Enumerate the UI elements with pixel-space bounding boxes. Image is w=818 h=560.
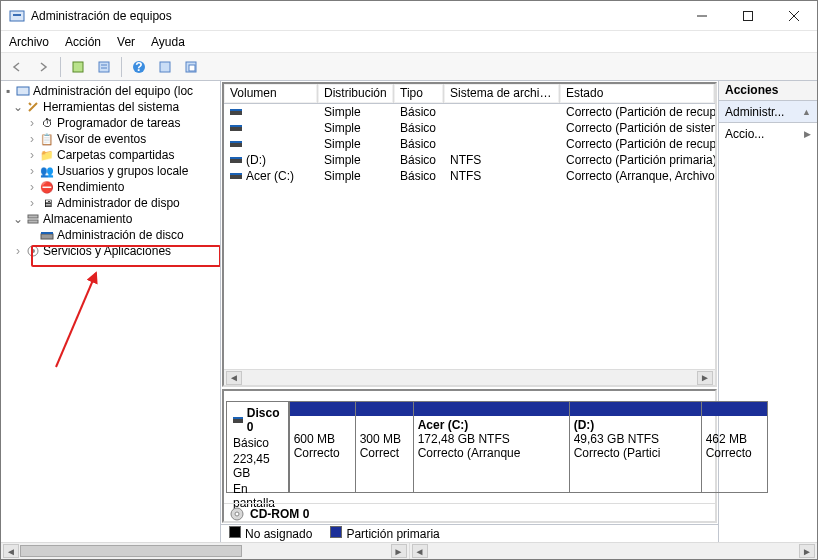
tree-item-icon: ⛔ — [39, 179, 55, 195]
disk-icon — [233, 417, 243, 423]
cell-dist: Simple — [318, 152, 394, 168]
cell-vol: (D:) — [246, 153, 266, 167]
volume-icon — [230, 141, 242, 147]
actions-item-admin[interactable]: Administr... ▲ — [719, 101, 817, 123]
cell-fs — [444, 120, 560, 136]
svg-rect-18 — [41, 234, 53, 239]
tree-tools[interactable]: Herramientas del sistema — [43, 100, 179, 114]
sidebar-item[interactable]: ›🖥Administrador de dispo — [1, 195, 220, 211]
partition[interactable]: (D:)49,63 GB NTFSCorrecto (Partici — [569, 402, 701, 492]
volume-icon — [230, 157, 242, 163]
scroll-right-icon[interactable]: ► — [697, 371, 713, 385]
cell-estado: Correcto (Partición de recuperación) — [560, 136, 715, 152]
table-row[interactable]: Acer (C:)SimpleBásicoNTFSCorrecto (Arran… — [224, 168, 715, 184]
minimize-button[interactable] — [679, 1, 725, 31]
grid-scrollbar[interactable]: ◄ ► — [224, 369, 715, 385]
toolbar-btn-2[interactable] — [92, 56, 116, 78]
tree-root[interactable]: Administración del equipo (loc — [33, 84, 193, 98]
tree-services[interactable]: Servicios y Aplicaciones — [43, 244, 171, 258]
tree-item-icon: 📁 — [39, 147, 55, 163]
tree-item-label: Usuarios y grupos locale — [57, 164, 188, 178]
svg-rect-16 — [28, 215, 38, 218]
storage-icon — [25, 211, 41, 227]
menu-archivo[interactable]: Archivo — [9, 35, 49, 49]
part-size: 600 MB — [294, 432, 351, 446]
cell-fs: NTFS — [444, 168, 560, 184]
disk-info[interactable]: Disco 0 Básico 223,45 GB En pantalla — [226, 401, 289, 493]
col-fs[interactable]: Sistema de archivos — [444, 84, 560, 103]
scroll-left-icon[interactable]: ◄ — [412, 544, 428, 558]
back-button[interactable] — [5, 56, 29, 78]
cell-tipo: Básico — [394, 136, 444, 152]
volume-grid[interactable]: Volumen Distribución Tipo Sistema de arc… — [222, 82, 717, 387]
app-icon — [9, 8, 25, 24]
part-status: Correcto — [294, 446, 351, 460]
table-row[interactable]: SimpleBásicoCorrecto (Partición de siste… — [224, 120, 715, 136]
toolbar-btn-4[interactable] — [179, 56, 203, 78]
table-row[interactable]: SimpleBásicoCorrecto (Partición de recup… — [224, 104, 715, 120]
titlebar: Administración de equipos — [1, 1, 817, 31]
sidebar-item[interactable]: ›📋Visor de eventos — [1, 131, 220, 147]
cell-fs: NTFS — [444, 152, 560, 168]
svg-rect-15 — [17, 87, 29, 95]
help-button[interactable]: ? — [127, 56, 151, 78]
services-icon — [25, 243, 41, 259]
part-title: (D:) — [574, 418, 697, 432]
svg-rect-12 — [160, 62, 170, 72]
tree-item-icon: 🖥 — [39, 195, 55, 211]
tree-item-icon: 👥 — [39, 163, 55, 179]
table-row[interactable]: (D:)SimpleBásicoNTFSCorrecto (Partición … — [224, 152, 715, 168]
scroll-left-icon[interactable]: ◄ — [3, 544, 19, 558]
partition[interactable]: Acer (C:)172,48 GB NTFSCorrecto (Arranqu… — [413, 402, 569, 492]
footer-scrollbar[interactable]: ◄ ► ◄ ► — [1, 542, 817, 559]
table-row[interactable]: SimpleBásicoCorrecto (Partición de recup… — [224, 136, 715, 152]
tree-item-label: Visor de eventos — [57, 132, 146, 146]
nav-tree[interactable]: ▪ Administración del equipo (loc ⌄ Herra… — [1, 81, 221, 542]
menu-accion[interactable]: Acción — [65, 35, 101, 49]
scroll-right-icon[interactable]: ► — [799, 544, 815, 558]
actions-item-more[interactable]: Accio... ▶ — [719, 123, 817, 145]
scroll-left-icon[interactable]: ◄ — [226, 371, 242, 385]
menubar: Archivo Acción Ver Ayuda — [1, 31, 817, 53]
tree-storage[interactable]: Almacenamiento — [43, 212, 132, 226]
tree-item-icon: ⏱ — [39, 115, 55, 131]
cell-vol: Acer (C:) — [246, 169, 294, 183]
cell-dist: Simple — [318, 136, 394, 152]
volume-icon — [230, 173, 242, 179]
close-button[interactable] — [771, 1, 817, 31]
svg-rect-17 — [28, 220, 38, 223]
menu-ver[interactable]: Ver — [117, 35, 135, 49]
cell-dist: Simple — [318, 120, 394, 136]
partition[interactable]: 300 MBCorrect — [355, 402, 413, 492]
cdrom-row[interactable]: CD-ROM 0 — [224, 503, 715, 521]
col-volumen[interactable]: Volumen — [224, 84, 318, 103]
disk-mgmt-icon — [39, 227, 55, 243]
cell-tipo: Básico — [394, 120, 444, 136]
col-distrib[interactable]: Distribución — [318, 84, 394, 103]
col-tipo[interactable]: Tipo — [394, 84, 444, 103]
maximize-button[interactable] — [725, 1, 771, 31]
svg-rect-14 — [189, 65, 195, 71]
partition[interactable]: 600 MBCorrecto — [289, 402, 355, 492]
toolbar-btn-3[interactable] — [153, 56, 177, 78]
tree-diskmgmt[interactable]: Administración de disco — [57, 228, 184, 242]
window-title: Administración de equipos — [31, 9, 172, 23]
toolbar-btn-1[interactable] — [66, 56, 90, 78]
svg-rect-3 — [744, 11, 753, 20]
toolbar: ? — [1, 53, 817, 81]
cell-dist: Simple — [318, 168, 394, 184]
content-area: Volumen Distribución Tipo Sistema de arc… — [221, 81, 719, 542]
menu-ayuda[interactable]: Ayuda — [151, 35, 185, 49]
sidebar-item[interactable]: ›⛔Rendimiento — [1, 179, 220, 195]
computer-icon — [15, 83, 31, 99]
forward-button[interactable] — [31, 56, 55, 78]
tree-item-label: Rendimiento — [57, 180, 124, 194]
scroll-right-icon[interactable]: ► — [391, 544, 407, 558]
sidebar-item[interactable]: ›📁Carpetas compartidas — [1, 147, 220, 163]
volume-icon — [230, 109, 242, 115]
sidebar-item[interactable]: ›👥Usuarios y grupos locale — [1, 163, 220, 179]
part-title: Acer (C:) — [418, 418, 565, 432]
sidebar-item[interactable]: ›⏱Programador de tareas — [1, 115, 220, 131]
col-estado[interactable]: Estado — [560, 84, 715, 103]
legend-unalloc: No asignado — [245, 527, 312, 541]
